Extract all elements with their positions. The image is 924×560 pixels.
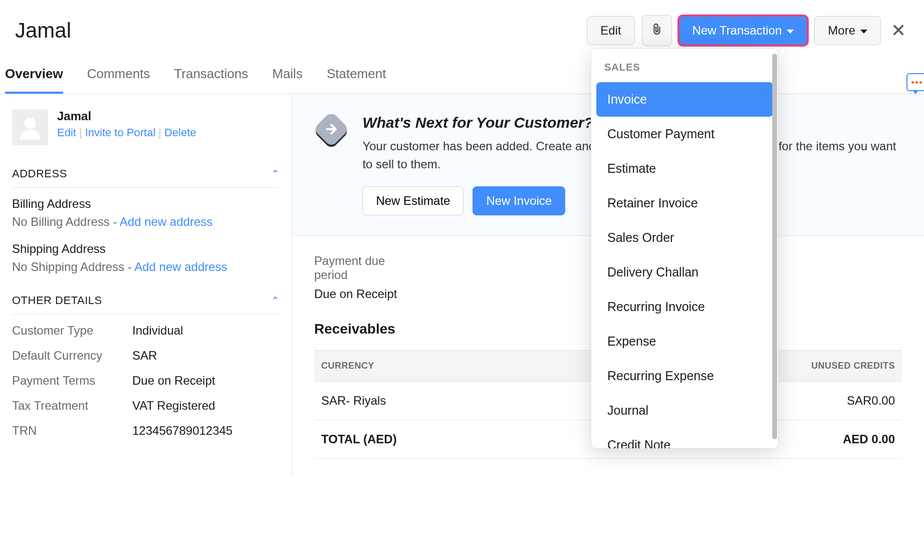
other-label: Tax Treatment xyxy=(12,399,132,413)
dropdown-section-header: SALES xyxy=(591,49,778,82)
tab-statement[interactable]: Statement xyxy=(327,66,386,94)
dropdown-item-sales-order[interactable]: Sales Order xyxy=(596,220,773,255)
tab-transactions[interactable]: Transactions xyxy=(174,66,248,94)
dropdown-item-estimate[interactable]: Estimate xyxy=(596,151,773,186)
billing-address-label: Billing Address xyxy=(12,197,280,211)
new-estimate-button[interactable]: New Estimate xyxy=(362,186,464,215)
other-detail-row: Tax TreatmentVAT Registered xyxy=(12,399,280,413)
other-detail-row: Default CurrencySAR xyxy=(12,349,280,363)
cell-currency: TOTAL (AED) xyxy=(314,420,510,459)
attachment-button[interactable] xyxy=(642,15,672,46)
other-value: VAT Registered xyxy=(132,399,215,413)
other-label: Default Currency xyxy=(12,349,132,363)
shipping-address-label: Shipping Address xyxy=(12,242,280,256)
avatar xyxy=(12,109,48,145)
header-actions: Edit New Transaction More ✕ xyxy=(587,15,909,46)
tab-comments[interactable]: Comments xyxy=(87,66,150,94)
dropdown-item-invoice[interactable]: Invoice xyxy=(596,82,773,117)
dropdown-item-journal[interactable]: Journal xyxy=(596,393,773,428)
tab-overview[interactable]: Overview xyxy=(5,66,63,94)
other-detail-row: Customer TypeIndividual xyxy=(12,324,280,338)
tabs: Overview Comments Transactions Mails Sta… xyxy=(0,56,924,94)
other-value: 123456789012345 xyxy=(132,424,233,438)
caret-down-icon xyxy=(787,30,794,34)
dropdown-item-delivery-challan[interactable]: Delivery Challan xyxy=(596,255,773,290)
profile-name: Jamal xyxy=(57,109,196,123)
other-value: SAR xyxy=(132,349,157,363)
close-button[interactable]: ✕ xyxy=(888,20,909,41)
page-title: Jamal xyxy=(15,19,71,43)
svg-rect-2 xyxy=(314,114,348,147)
new-transaction-button[interactable]: New Transaction xyxy=(679,16,808,45)
add-shipping-address-link[interactable]: Add new address xyxy=(134,260,227,273)
shipping-address-value: No Shipping Address - xyxy=(12,260,134,273)
chat-widget[interactable] xyxy=(906,73,924,91)
other-value: Individual xyxy=(132,324,183,338)
chevron-up-icon: ⌃ xyxy=(271,168,280,180)
other-label: Customer Type xyxy=(12,324,132,338)
other-label: Payment Terms xyxy=(12,374,132,388)
chevron-up-icon: ⌃ xyxy=(271,295,280,307)
dropdown-item-credit-note[interactable]: Credit Note xyxy=(596,428,773,448)
paperclip-icon xyxy=(651,23,662,36)
sidebar: Jamal Edit|Invite to Portal|Delete ADDRE… xyxy=(0,94,292,477)
profile-edit-link[interactable]: Edit xyxy=(57,126,76,139)
edit-button[interactable]: Edit xyxy=(587,16,634,45)
other-detail-row: Payment TermsDue on Receipt xyxy=(12,374,280,388)
profile-invite-link[interactable]: Invite to Portal xyxy=(85,126,156,139)
add-billing-address-link[interactable]: Add new address xyxy=(120,215,212,228)
other-value: Due on Receipt xyxy=(132,374,215,388)
caret-down-icon xyxy=(860,30,867,34)
col-currency: CURRENCY xyxy=(314,351,510,382)
svg-point-0 xyxy=(25,118,36,129)
profile-delete-link[interactable]: Delete xyxy=(164,126,196,139)
tab-mails[interactable]: Mails xyxy=(272,66,303,94)
new-invoice-button[interactable]: New Invoice xyxy=(473,186,565,215)
payment-due-label: Payment due period xyxy=(314,254,414,282)
more-button[interactable]: More xyxy=(814,16,881,45)
dropdown-item-recurring-invoice[interactable]: Recurring Invoice xyxy=(596,290,773,324)
dropdown-item-retainer-invoice[interactable]: Retainer Invoice xyxy=(596,186,773,220)
section-address-header[interactable]: ADDRESS ⌃ xyxy=(12,160,280,188)
dropdown-scrollbar[interactable] xyxy=(772,54,777,439)
other-detail-row: TRN123456789012345 xyxy=(12,424,280,438)
billing-address-value: No Billing Address - xyxy=(12,215,120,228)
new-transaction-dropdown: SALES InvoiceCustomer PaymentEstimateRet… xyxy=(591,48,779,449)
dropdown-item-recurring-expense[interactable]: Recurring Expense xyxy=(596,359,773,393)
section-other-header[interactable]: OTHER DETAILS ⌃ xyxy=(12,287,280,315)
other-label: TRN xyxy=(12,424,132,438)
dropdown-item-expense[interactable]: Expense xyxy=(596,324,773,359)
dropdown-item-customer-payment[interactable]: Customer Payment xyxy=(596,117,773,151)
directions-icon xyxy=(314,114,348,153)
cell-currency: SAR- Riyals xyxy=(314,382,510,420)
